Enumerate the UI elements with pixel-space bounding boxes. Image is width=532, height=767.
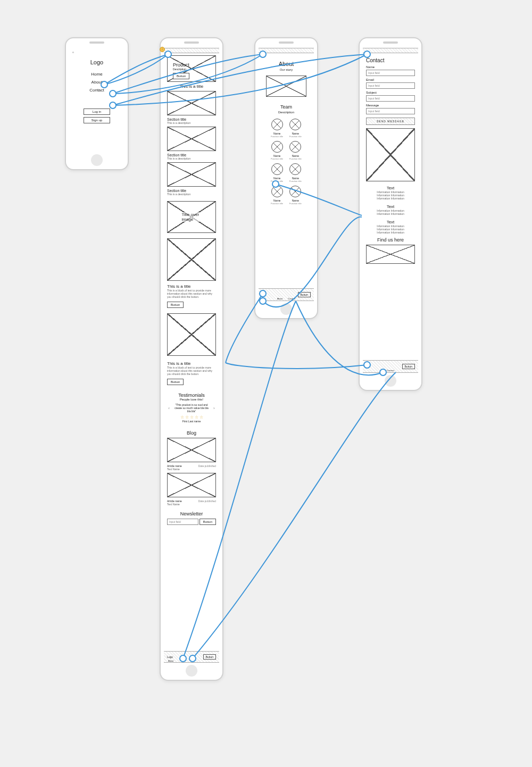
newsletter-input[interactable]: Input field — [167, 519, 198, 525]
blog-date-1: Date published — [198, 464, 216, 468]
node-menu-about[interactable] — [109, 90, 117, 97]
hero-image: Product Description Button — [167, 55, 216, 82]
screen-about: About Our story Team Description NameFun… — [254, 37, 318, 319]
section-title-1: Section title — [167, 118, 216, 121]
text-input[interactable]: Input field — [366, 95, 415, 102]
screen-home: Product Description Button This is a tit… — [160, 37, 223, 681]
section-title-2: Section title — [167, 153, 216, 157]
info-title: Text — [363, 204, 418, 209]
node-contact-ft-2[interactable] — [379, 369, 387, 376]
newsletter-button[interactable]: Button — [200, 519, 216, 525]
rating-stars: ☆☆☆☆☆ — [164, 415, 219, 420]
about-footer-link-1[interactable]: About — [277, 297, 282, 300]
about-footer-link-2[interactable]: Contact — [288, 297, 295, 300]
block-image-2 — [167, 313, 216, 356]
member-function: Function title — [289, 135, 302, 138]
testimonials-sub: People love this! — [164, 398, 219, 401]
node-about-top[interactable] — [259, 51, 267, 58]
node-home-top[interactable] — [164, 51, 172, 58]
block-body-2: This is a block of text to provide more … — [167, 366, 216, 376]
block-title-1: This is a title — [167, 284, 216, 289]
about-subtitle: Our story — [259, 68, 314, 71]
logo-text: Logo — [69, 59, 124, 65]
team-member[interactable]: NameFunction title — [289, 186, 302, 205]
newsletter-title: Newsletter — [164, 511, 219, 516]
team-member[interactable]: NameFunction title — [289, 163, 302, 182]
member-function: Function title — [289, 157, 302, 160]
member-function: Function title — [289, 202, 302, 205]
node-about-member[interactable] — [272, 180, 279, 188]
section-desc-1: This is a description — [167, 121, 216, 124]
team-member[interactable]: NameFunction title — [271, 141, 283, 160]
topbar — [259, 48, 314, 53]
text-input[interactable]: Input field — [366, 70, 415, 76]
team-member[interactable]: NameFunction title — [289, 119, 302, 138]
team-title: Team — [259, 104, 314, 110]
node-contact-top[interactable] — [363, 51, 371, 58]
section-desc-2: This is a description — [167, 157, 216, 160]
nav-item-about[interactable]: About — [69, 80, 124, 85]
field-label: Subject — [366, 91, 415, 94]
about-image — [266, 76, 306, 97]
member-function: Function title — [271, 157, 283, 160]
topbar — [164, 48, 219, 53]
text-input[interactable]: Input field — [366, 108, 415, 114]
blog-img-1 — [167, 438, 216, 462]
text-input[interactable]: Input field — [366, 82, 415, 89]
testimonials-quote: "This product is so cool and create so m… — [173, 403, 210, 413]
team-member[interactable]: NameFunction title — [271, 119, 283, 138]
team-subtitle: Description — [259, 111, 314, 114]
section-image-3 — [167, 162, 216, 187]
section-image-1 — [167, 91, 216, 115]
block-image-1 — [167, 238, 216, 281]
login-button[interactable]: Log in — [84, 109, 110, 115]
node-home-foot-1[interactable] — [179, 655, 187, 662]
field-label: Name — [366, 65, 415, 69]
team-member[interactable]: NameFunction title — [271, 186, 283, 205]
carousel-prev-icon[interactable]: ‹ — [168, 406, 170, 411]
warning-badge: ! — [160, 47, 165, 52]
node-menu-home[interactable] — [101, 81, 108, 88]
section-desc-3: This is a description — [167, 193, 216, 196]
signup-button[interactable]: Sign up — [84, 117, 110, 123]
section-title-3: Section title — [167, 189, 216, 193]
node-contact-ft-1[interactable] — [363, 361, 371, 369]
footer-link-about[interactable]: About — [168, 660, 173, 662]
blog-img-2 — [167, 473, 216, 497]
team-member[interactable]: NameFunction title — [271, 163, 283, 182]
avatar-icon — [271, 119, 283, 130]
node-menu-contact[interactable] — [109, 102, 117, 109]
nav-item-home[interactable]: Home — [69, 72, 124, 77]
avatar-icon — [271, 141, 283, 153]
footer-logo: Logo — [167, 655, 173, 658]
node-about-foot-1[interactable] — [259, 290, 267, 297]
hero-title: Product — [173, 62, 189, 68]
contact-title: Contact — [366, 57, 415, 63]
contact-footer-link[interactable]: Contact — [387, 369, 394, 372]
contact-footer-button[interactable]: Button — [402, 364, 415, 369]
about-footer-button[interactable]: Button — [298, 292, 311, 297]
blog-title: Blog — [164, 430, 219, 436]
about-title: About — [259, 61, 314, 67]
info-line: Information Information — [363, 231, 418, 234]
carousel-next-icon[interactable]: › — [213, 406, 215, 411]
team-member[interactable]: NameFunction title — [289, 141, 302, 160]
screen-menu: ◦ Logo Home About Contact Log in Sign up — [65, 37, 129, 170]
block-button-2[interactable]: Button — [167, 379, 184, 385]
avatar-icon — [289, 186, 301, 197]
hero-button[interactable]: Button — [173, 73, 189, 79]
testimonials-author: First Last name — [164, 420, 219, 423]
avatar-icon — [289, 141, 301, 153]
testimonials-title: Testimonials — [164, 393, 219, 398]
node-about-foot-2[interactable] — [259, 297, 267, 305]
overlay-image: Title over image — [167, 201, 216, 233]
block-button-1[interactable]: Button — [167, 302, 184, 308]
node-home-foot-2[interactable] — [189, 655, 196, 662]
section-image-2 — [167, 127, 216, 151]
member-function: Function title — [271, 202, 283, 205]
blog-meta-1: Text Name — [167, 468, 216, 471]
footer-button[interactable]: Button — [203, 654, 216, 660]
topbar — [363, 48, 418, 53]
contact-image — [366, 128, 415, 181]
send-button[interactable]: SEND MESSAGE — [366, 118, 415, 125]
